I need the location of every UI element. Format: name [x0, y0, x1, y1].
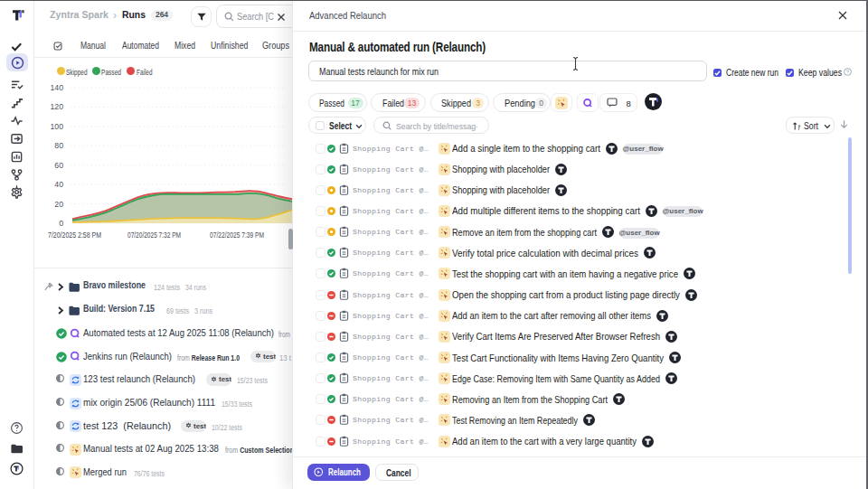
svg-text:40: 40: [54, 180, 63, 189]
svg-text:20: 20: [54, 200, 63, 209]
svg-text:100: 100: [51, 122, 64, 131]
svg-text:140: 140: [51, 83, 64, 92]
svg-text:80: 80: [54, 141, 63, 150]
svg-text:120: 120: [51, 102, 64, 111]
svg-text:60: 60: [54, 161, 63, 170]
svg-text:0: 0: [59, 219, 63, 228]
